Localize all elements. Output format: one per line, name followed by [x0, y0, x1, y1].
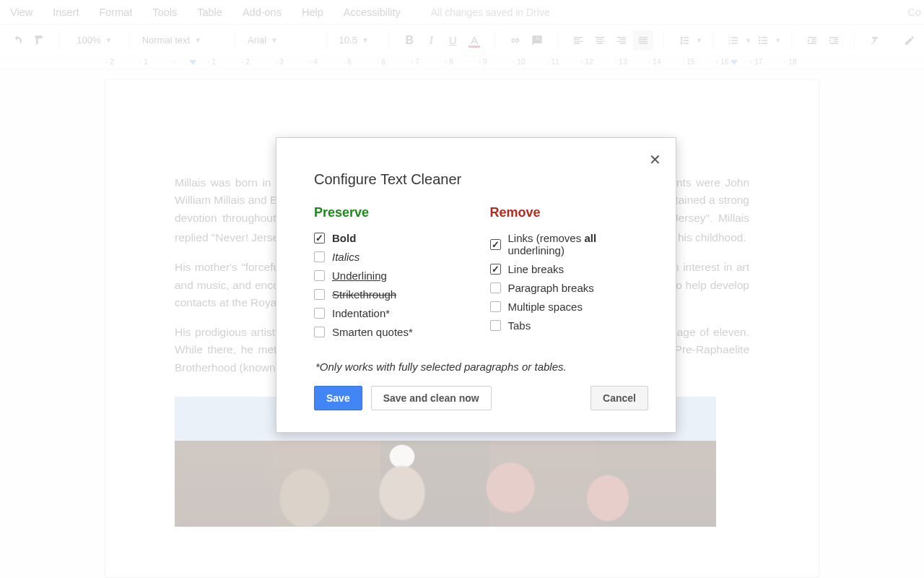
checkbox[interactable]: [314, 308, 325, 319]
dialog-buttons: Save Save and clean now Cancel: [314, 386, 648, 410]
dialog-title: Configure Text Cleaner: [314, 171, 648, 188]
checkbox[interactable]: [490, 282, 501, 293]
save-button[interactable]: Save: [314, 386, 362, 410]
save-and-clean-button[interactable]: Save and clean now: [371, 386, 492, 410]
remove-column: Remove Links (removes all underlining)Li…: [490, 202, 649, 345]
checkbox[interactable]: [314, 327, 325, 337]
option-label: Tabs: [508, 319, 531, 332]
option-label: Links (removes all underlining): [508, 232, 649, 256]
remove-option[interactable]: Tabs: [490, 319, 649, 332]
preserve-option[interactable]: Strikethrough: [314, 288, 473, 301]
option-label: Italics: [332, 251, 359, 263]
checkbox[interactable]: [314, 289, 325, 300]
remove-option[interactable]: Links (removes all underlining): [490, 232, 649, 256]
preserve-option[interactable]: Italics: [314, 251, 473, 263]
option-label: Strikethrough: [332, 288, 396, 301]
option-label: Bold: [332, 232, 356, 244]
remove-option[interactable]: Multiple spaces: [490, 301, 649, 313]
option-label: Indentation*: [332, 307, 390, 319]
preserve-option[interactable]: Indentation*: [314, 307, 473, 319]
remove-option[interactable]: Line breaks: [490, 263, 649, 275]
checkbox[interactable]: [490, 264, 501, 275]
checkbox[interactable]: [314, 233, 325, 243]
checkbox[interactable]: [490, 320, 501, 331]
option-label: Line breaks: [508, 263, 565, 275]
text-cleaner-dialog: ✕ Configure Text Cleaner Preserve BoldIt…: [276, 137, 676, 433]
checkbox[interactable]: [490, 239, 501, 250]
checkbox[interactable]: [314, 251, 325, 262]
preserve-column: Preserve BoldItalicsUnderliningStrikethr…: [314, 202, 473, 345]
checkbox[interactable]: [490, 301, 501, 312]
preserve-option[interactable]: Bold: [314, 232, 473, 244]
close-icon[interactable]: ✕: [649, 151, 661, 168]
preserve-option[interactable]: Smarten quotes*: [314, 326, 473, 338]
option-label: Paragraph breaks: [508, 282, 594, 294]
dialog-footnote: *Only works with fully selected paragrap…: [315, 361, 648, 373]
option-label: Multiple spaces: [508, 301, 583, 313]
remove-header: Remove: [490, 205, 649, 220]
option-label: Underlining: [332, 269, 387, 282]
remove-option[interactable]: Paragraph breaks: [490, 282, 649, 294]
cancel-button[interactable]: Cancel: [590, 386, 648, 410]
option-label: Smarten quotes*: [332, 326, 413, 338]
preserve-option[interactable]: Underlining: [314, 269, 473, 282]
checkbox[interactable]: [314, 270, 325, 281]
preserve-header: Preserve: [314, 205, 473, 220]
